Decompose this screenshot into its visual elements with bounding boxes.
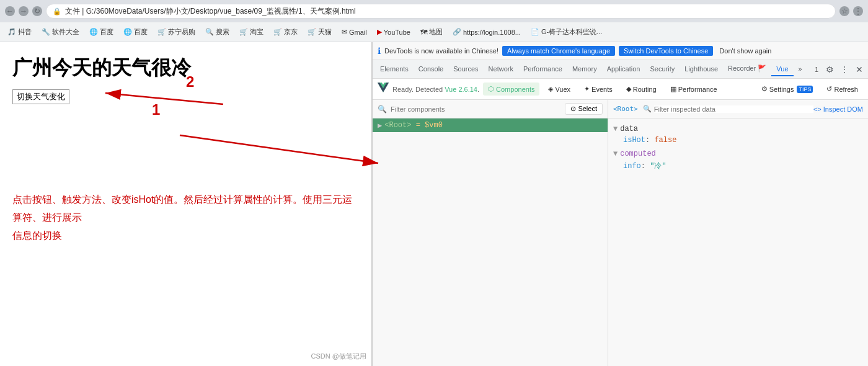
tab-more[interactable]: »	[794, 63, 807, 76]
tab-performance[interactable]: Performance	[518, 63, 567, 76]
data-section: ▼ data isHot : false	[613, 123, 863, 146]
bookmarks-bar: 🎵 抖音 🔧 软件大全 🌐 百度 🌐 百度 🛒 苏宁易购 🔍 搜索 🛒 淘宝	[0, 22, 868, 42]
vue-devtools-content: 🔍 ⊙ Select ▶ <Root> = $vm0 <Root>	[373, 100, 868, 366]
tab-console[interactable]: Console	[414, 63, 448, 76]
vue-tab-vuex[interactable]: ◈ Vuex	[543, 83, 575, 96]
filter-icon: 🔍	[378, 105, 387, 114]
vue-logo-icon	[378, 82, 389, 96]
colon: :	[645, 136, 654, 145]
svg-line-2	[105, 93, 223, 104]
isHot-value: false	[654, 136, 676, 145]
vue-devtools-bar: Ready. Detected Vue 2.6.14. ⬡ Components…	[373, 79, 868, 100]
watermark: CSDN @做笔记用	[311, 352, 366, 361]
vuex-icon: ◈	[548, 85, 553, 93]
bookmark-map[interactable]: 🗺 地图	[418, 26, 445, 38]
devtools-settings-icon[interactable]: ⚙	[823, 63, 836, 76]
filter-data-icon: 🔍	[643, 105, 652, 113]
address-bar[interactable]: 🔒 文件 | G:/360MoveData/Users/静小文/Desktop/…	[46, 4, 836, 19]
vue-tab-routing[interactable]: ◆ Routing	[621, 83, 662, 96]
computed-section-header[interactable]: ▼ computed	[613, 148, 863, 159]
computed-section: ▼ computed info : "冷"	[613, 148, 863, 172]
data-panel: <Root> 🔍 <> Inspect DOM ▼ data isHot	[608, 100, 868, 366]
computed-toggle-icon[interactable]: ▼	[613, 150, 618, 158]
data-section-header[interactable]: ▼ data	[613, 123, 863, 135]
forward-button[interactable]: →	[19, 6, 29, 16]
data-content: ▼ data isHot : false ▼ comput	[608, 118, 868, 180]
devtools-more-icon[interactable]: ⋮	[838, 63, 851, 76]
toggle-weather-button[interactable]: 切换天气变化	[12, 89, 69, 104]
info-icon: ℹ	[378, 46, 381, 56]
settings-icon: ⚙	[761, 85, 768, 93]
info-key: info	[623, 162, 641, 171]
vue-tab-events[interactable]: ✦ Events	[579, 83, 618, 96]
bookmark-douyin[interactable]: 🎵 抖音	[5, 26, 34, 38]
bookmark-g[interactable]: 📄 G-椅子达本科些说...	[528, 26, 604, 38]
tab-security[interactable]: Security	[645, 63, 680, 76]
devtools-panel: ℹ DevTools is now available in Chinese! …	[372, 42, 868, 366]
bookmark-gmail[interactable]: ✉ Gmail	[339, 27, 370, 37]
filter-data-input[interactable]	[654, 105, 813, 113]
components-icon: ⬡	[488, 85, 494, 93]
isHot-key: isHot	[623, 136, 645, 145]
bookmark-youtube[interactable]: ▶ YouTube	[374, 27, 413, 37]
vue-tab-components[interactable]: ⬡ Components	[483, 83, 539, 96]
vue-refresh-button[interactable]: ↺ Refresh	[822, 83, 863, 96]
vue-tab-performance[interactable]: ▦ Performance	[665, 83, 722, 96]
tab-recorder[interactable]: Recorder 🚩	[723, 62, 771, 76]
tab-memory[interactable]: Memory	[567, 63, 602, 76]
bookmarks-button[interactable]: ☆	[839, 6, 849, 16]
routing-icon: ◆	[626, 85, 631, 93]
performance-icon: ▦	[670, 85, 676, 93]
inspect-dom-link[interactable]: <> Inspect DOM	[813, 105, 863, 113]
bookmark-baidu2[interactable]: 🌐 百度	[121, 26, 150, 38]
page-content: 广州今天的天气很冷 切换天气变化 1 2 点击按钮、触发方法、改变isHot的值…	[0, 42, 372, 366]
tab-lighthouse[interactable]: Lighthouse	[680, 63, 723, 76]
back-button[interactable]: ←	[5, 6, 15, 16]
main-area: 广州今天的天气很冷 切换天气变化 1 2 点击按钮、触发方法、改变isHot的值…	[0, 42, 868, 366]
refresh-button[interactable]: ↻	[32, 6, 42, 16]
root-tag-label: <Root>	[613, 105, 638, 113]
bookmark-software[interactable]: 🔧 软件大全	[39, 26, 82, 38]
page-description: 点击按钮、触发方法、改变isHot的值。然后经过计算属性的计算。使用三元运算符、…	[12, 191, 359, 244]
bookmark-1008[interactable]: 🔗 https://login.1008...	[450, 27, 523, 37]
data-key: data	[620, 125, 638, 133]
bookmark-search[interactable]: 🔍 搜索	[203, 26, 232, 38]
settings-badge: TIPS	[797, 86, 813, 93]
devtools-close-icon[interactable]: ✕	[853, 63, 866, 76]
always-match-button[interactable]: Always match Chrome's language	[502, 46, 615, 56]
tab-application[interactable]: Application	[602, 63, 645, 76]
bookmark-tianmao[interactable]: 🛒 天猫	[305, 26, 334, 38]
info-value: "冷"	[650, 161, 666, 171]
annotation-arrows	[31, 67, 391, 166]
tab-elements[interactable]: Elements	[375, 63, 414, 76]
vue-ready-text: Ready. Detected Vue 2.6.14.	[392, 86, 479, 93]
root-component-tag: <Root> = $vm0	[384, 121, 443, 130]
data-toggle-icon[interactable]: ▼	[613, 125, 618, 133]
filter-components-input[interactable]	[391, 105, 561, 113]
svg-line-1	[180, 135, 378, 163]
address-text: 文件 | G:/360MoveData/Users/静小文/Desktop/vu…	[65, 6, 356, 17]
select-button[interactable]: ⊙ Select	[565, 103, 603, 115]
devtools-notification: ℹ DevTools is now available in Chinese! …	[373, 42, 868, 60]
expand-icon: ▶	[378, 121, 382, 130]
devtools-icons: 1 ⚙ ⋮ ✕	[815, 63, 866, 76]
tab-vue[interactable]: Vue	[771, 63, 793, 76]
component-tree: 🔍 ⊙ Select ▶ <Root> = $vm0	[373, 100, 608, 366]
bookmark-taobao[interactable]: 🛒 淘宝	[237, 26, 266, 38]
switch-devtools-button[interactable]: Switch DevTools to Chinese	[619, 46, 713, 56]
component-root-item[interactable]: ▶ <Root> = $vm0	[373, 118, 608, 132]
more-button[interactable]: ⋮	[853, 6, 863, 16]
data-panel-header: <Root> 🔍 <> Inspect DOM	[608, 100, 868, 118]
bookmark-baidu1[interactable]: 🌐 百度	[87, 26, 116, 38]
refresh-icon: ↺	[826, 85, 832, 93]
vue-tab-settings[interactable]: ⚙ Settings TIPS	[756, 83, 818, 96]
tree-filter-bar: 🔍 ⊙ Select	[373, 100, 608, 118]
tab-network[interactable]: Network	[484, 63, 518, 76]
bookmark-suning[interactable]: 🛒 苏宁易购	[155, 26, 198, 38]
bookmark-jd[interactable]: 🛒 京东	[271, 26, 300, 38]
dismiss-button[interactable]: Don't show again	[719, 47, 771, 55]
tab-sources[interactable]: Sources	[448, 63, 483, 76]
colon2: :	[641, 162, 650, 171]
browser-chrome: ← → ↻ 🔒 文件 | G:/360MoveData/Users/静小文/De…	[0, 0, 868, 42]
computed-info-row: info : "冷"	[613, 159, 863, 172]
